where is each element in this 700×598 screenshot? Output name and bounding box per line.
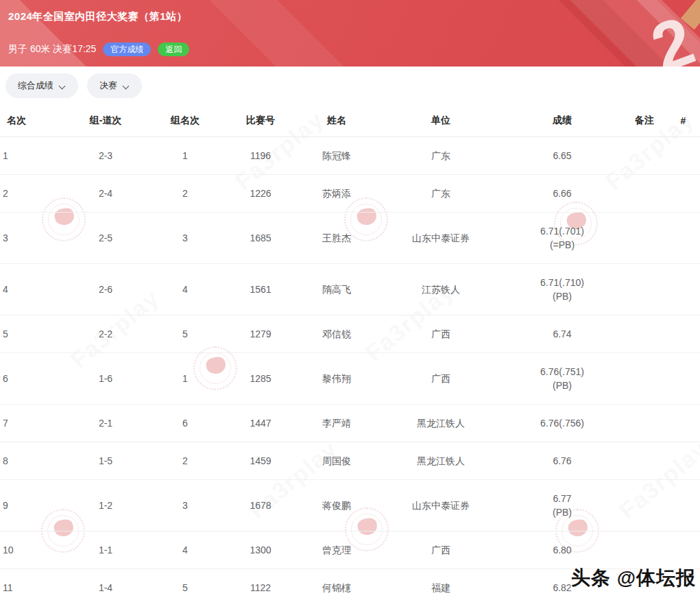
chevron-down-icon [123,82,130,89]
cell-athlete-name: 陈冠锋 [293,137,380,175]
cell-bib-number: 1226 [228,175,293,213]
result-note: (=PB) [505,238,620,252]
cell-team: 山东中泰证券 [380,213,502,264]
cell-rank: 4 [0,264,69,315]
cell-group-rank: 2 [143,175,228,213]
cell-group-rank: 5 [143,315,228,353]
result-time: 6.66 [505,187,620,200]
cell-group-lane: 2-5 [69,213,143,264]
table-row: 8 1-5 2 1459 周国俊 黑龙江铁人 6.76 [0,442,700,480]
result-note: (PB) [505,505,620,519]
result-time: 6.71(.701) [505,224,620,238]
table-row: 5 2-2 5 1279 邓信锐 广西 6.74 [0,315,700,353]
cell-remark [623,213,666,264]
cell-result: 6.77 (PB) [502,480,623,531]
table-row: 7 2-1 6 1447 李严靖 黑龙江铁人 6.76(.756) [0,405,700,442]
cell-team: 广东 [380,137,502,175]
cell-athlete-name: 李严靖 [293,405,380,442]
cell-athlete-name: 蒋俊鹏 [293,480,380,531]
cell-athlete-name: 黎伟翔 [293,353,380,405]
round-dropdown[interactable]: 决赛 [87,73,142,98]
results-table: 名次组-道次组名次比赛号姓名单位成绩备注# 1 2-3 1 1196 陈冠锋 广… [0,104,700,598]
cell-bib-number: 1122 [228,569,293,598]
cell-rank: 5 [0,315,69,353]
cell-athlete-name: 邓信锐 [293,315,380,353]
cell-group-rank: 1 [143,353,228,405]
column-header-4: 姓名 [293,104,380,137]
cell-remark [623,315,666,353]
cell-remark [623,405,666,442]
photo-credit-watermark: 头条 @体坛报 [571,565,696,591]
table-row: 3 2-5 3 1685 王胜杰 山东中泰证券 6.71(.701) (=PB) [0,213,700,264]
cell-result: 6.71(.710) (PB) [502,264,623,315]
banner-stripe [340,0,700,67]
cell-rank: 10 [0,531,69,569]
cell-extra [666,480,700,531]
cell-rank: 1 [0,137,69,175]
cell-group-lane: 1-6 [69,353,143,405]
cell-extra [666,353,700,405]
column-header-3: 比赛号 [228,104,293,137]
cell-extra [666,175,700,213]
cell-result: 6.76(.756) [502,405,623,442]
cell-rank: 9 [0,480,69,531]
column-header-7: 备注 [623,104,666,137]
cell-rank: 7 [0,405,69,442]
cell-athlete-name: 隋高飞 [293,264,380,315]
cell-bib-number: 1279 [228,315,293,353]
result-time: 6.71(.710) [505,276,620,289]
cell-group-rank: 2 [143,442,228,480]
result-type-dropdown[interactable]: 综合成绩 [5,73,78,98]
cell-extra [666,531,700,569]
cell-extra [666,213,700,264]
cell-bib-number: 1300 [228,531,293,569]
cell-bib-number: 1447 [228,405,293,442]
cell-group-rank: 6 [143,405,228,442]
result-time: 6.76(.756) [505,416,620,430]
event-banner: 2 2024年全国室内田径大奖赛（第1站） 男子 60米 决赛17:25 官方成… [0,0,700,67]
cell-rank: 2 [0,175,69,213]
cell-bib-number: 1285 [228,353,293,405]
column-header-8: # [666,104,700,137]
cell-group-lane: 1-4 [69,569,143,598]
cell-remark [623,175,666,213]
cell-group-lane: 2-4 [69,175,143,213]
column-header-1: 组-道次 [69,104,143,137]
result-note: (PB) [505,379,620,392]
cell-group-lane: 1-2 [69,480,143,531]
table-row: 4 2-6 4 1561 隋高飞 江苏铁人 6.71(.710) (PB) [0,264,700,315]
cell-group-rank: 4 [143,264,228,315]
column-header-6: 成绩 [502,104,623,137]
column-header-5: 单位 [380,104,502,137]
cell-group-lane: 1-5 [69,442,143,480]
cell-athlete-name: 曾克理 [293,531,380,569]
cell-result: 6.66 [502,175,623,213]
round-dropdown-label: 决赛 [99,80,117,92]
cell-team: 广西 [380,531,502,569]
cell-result: 6.80 [502,531,623,569]
cell-team: 江苏铁人 [380,264,502,315]
table-row: 1 2-3 1 1196 陈冠锋 广东 6.65 [0,137,700,175]
cell-group-lane: 2-1 [69,405,143,442]
back-button[interactable]: 返回 [158,43,189,56]
cell-athlete-name: 王胜杰 [293,213,380,264]
cell-remark [623,353,666,405]
cell-result: 6.65 [502,137,623,175]
cell-athlete-name: 周国俊 [293,442,380,480]
column-header-0: 名次 [0,104,69,137]
cell-team: 黑龙江铁人 [380,442,502,480]
cell-extra [666,405,700,442]
cell-extra [666,264,700,315]
result-type-dropdown-label: 综合成绩 [18,80,53,92]
cell-rank: 6 [0,353,69,405]
result-time: 6.74 [505,327,620,341]
cell-group-rank: 4 [143,531,228,569]
chevron-down-icon [59,82,66,89]
cell-remark [623,264,666,315]
column-header-2: 组名次 [143,104,228,137]
cell-bib-number: 1685 [228,213,293,264]
table-header-row: 名次组-道次组名次比赛号姓名单位成绩备注# [0,104,700,137]
cell-team: 福建 [380,569,502,598]
cell-group-lane: 2-3 [69,137,143,175]
official-result-badge[interactable]: 官方成绩 [103,43,151,56]
